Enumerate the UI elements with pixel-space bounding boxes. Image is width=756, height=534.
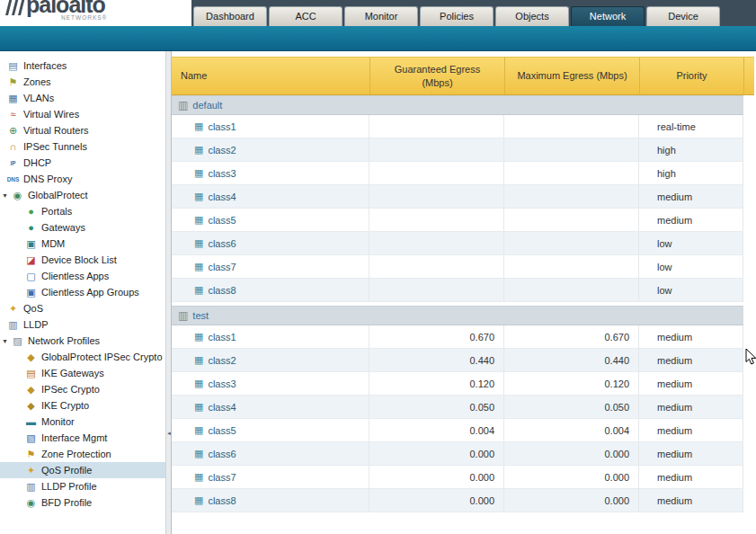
sidebar-item-zones[interactable]: ⚑Zones [0, 74, 165, 90]
qos-class-row[interactable]: ▦class4medium [172, 185, 743, 209]
ipsec-tunnels-icon: ∩ [6, 141, 20, 152]
qos-class-row[interactable]: ▦class7low [172, 255, 743, 279]
maximum-egress-cell: 0.440 [504, 349, 639, 371]
class-name[interactable]: class7 [208, 472, 236, 483]
col-header-name[interactable]: Name [172, 58, 369, 94]
tab-objects[interactable]: Objects [495, 6, 569, 26]
sidebar-item-mdm[interactable]: ▣MDM [0, 236, 165, 252]
sidebar-item-gateways[interactable]: ●Gateways [0, 219, 165, 236]
class-name-cell: ▦class3 [172, 372, 369, 395]
sidebar-item-qos[interactable]: ✦QoS [0, 300, 165, 316]
qos-class-row[interactable]: ▦class80.0000.000medium [172, 489, 743, 512]
maximum-egress-cell [504, 115, 639, 138]
sidebar-item-dhcp[interactable]: IPDHCP [0, 155, 165, 171]
col-header-guaranteed-egress[interactable]: Guaranteed Egress (Mbps) [369, 58, 504, 94]
qos-profile-name[interactable]: default [192, 100, 222, 111]
sidebar-item-device-block-list[interactable]: ◪Device Block List [0, 252, 165, 268]
qos-class-row[interactable]: ▦class70.0000.000medium [172, 466, 743, 489]
sidebar-item-label: DNS Proxy [23, 174, 72, 184]
qos-profile-row-test[interactable]: ▥test [172, 306, 743, 325]
tab-dashboard[interactable]: Dashboard [193, 6, 267, 26]
class-name[interactable]: class8 [208, 285, 236, 296]
qos-class-row[interactable]: ▦class2high [172, 138, 743, 162]
sidebar-splitter[interactable]: ◄ [165, 51, 172, 534]
class-name-cell: ▦class6 [172, 442, 369, 465]
qos-class-row[interactable]: ▦class10.6700.670medium [172, 325, 743, 349]
class-name[interactable]: class4 [208, 191, 236, 202]
class-name[interactable]: class2 [208, 355, 236, 366]
qos-profile-row-default[interactable]: ▥default [172, 95, 743, 115]
class-name[interactable]: class3 [208, 378, 236, 389]
col-header-priority[interactable]: Priority [639, 58, 743, 94]
sidebar-item-globalprotect[interactable]: ▼◉GlobalProtect [0, 187, 165, 203]
qos-class-row[interactable]: ▦class50.0040.004medium [172, 419, 743, 442]
qos-class-row[interactable]: ▦class60.0000.000medium [172, 442, 743, 466]
col-header-maximum-egress[interactable]: Maximum Egress (Mbps) [504, 58, 639, 94]
sidebar-items: ▤Interfaces⚑Zones▦VLANs≈Virtual Wires⊕Vi… [0, 58, 165, 511]
sidebar-item-globalprotect-ipsec-crypto[interactable]: ◆GlobalProtect IPSec Crypto [0, 349, 165, 365]
class-name[interactable]: class6 [208, 238, 236, 249]
class-name[interactable]: class1 [208, 121, 236, 132]
maximum-egress-cell: 0.000 [504, 466, 639, 488]
sidebar-item-ipsec-tunnels[interactable]: ∩IPSec Tunnels [0, 138, 165, 155]
expand-triangle-icon[interactable]: ▼ [1, 192, 11, 199]
priority-cell: medium [639, 349, 743, 371]
qos-class-row[interactable]: ▦class8low [172, 279, 743, 302]
sidebar-item-ike-gateways[interactable]: ▤IKE Gateways [0, 365, 165, 381]
clientless-apps-icon: ▢ [24, 271, 38, 282]
qos-class-row[interactable]: ▦class6low [172, 232, 743, 255]
sidebar-item-lldp[interactable]: ▥LLDP [0, 316, 165, 333]
sidebar-item-dns-proxy[interactable]: DNSDNS Proxy [0, 171, 165, 187]
class-name[interactable]: class7 [208, 262, 236, 272]
qos-class-row[interactable]: ▦class20.4400.440medium [172, 349, 743, 372]
network-profiles-icon: ▨ [11, 335, 24, 347]
class-name[interactable]: class4 [208, 402, 236, 413]
tab-policies[interactable]: Policies [420, 6, 494, 26]
sidebar-item-lldp-profile[interactable]: ▥LLDP Profile [0, 478, 165, 494]
sidebar-item-zone-protection[interactable]: ⚑Zone Protection [0, 446, 165, 462]
qos-class-row[interactable]: ▦class1real-time [172, 115, 743, 138]
class-name-cell: ▦class1 [172, 325, 369, 348]
tab-monitor[interactable]: Monitor [344, 6, 418, 26]
sidebar-item-virtual-routers[interactable]: ⊕Virtual Routers [0, 122, 165, 138]
qos-class-icon: ▦ [194, 448, 203, 459]
tab-acc[interactable]: ACC [269, 6, 342, 26]
class-name[interactable]: class3 [208, 168, 236, 179]
qos-class-icon: ▦ [194, 120, 203, 132]
sidebar-item-label: Monitor [41, 416, 75, 427]
sidebar-item-ike-crypto[interactable]: ◆IKE Crypto [0, 397, 165, 414]
sidebar-item-monitor[interactable]: ▬Monitor [0, 414, 165, 430]
class-name[interactable]: class8 [208, 495, 236, 506]
sidebar-item-clientless-apps[interactable]: ▢Clientless Apps [0, 268, 165, 284]
qos-profile-name[interactable]: test [192, 310, 209, 321]
sidebar-item-interfaces[interactable]: ▤Interfaces [0, 58, 165, 74]
class-name[interactable]: class2 [208, 145, 236, 156]
sidebar-item-network-profiles[interactable]: ▼▨Network Profiles [0, 333, 165, 349]
pan-os-web-ui: paloalto NETWORKS® DashboardACCMonitorPo… [0, 0, 756, 534]
class-name[interactable]: class6 [208, 449, 236, 459]
qos-class-row[interactable]: ▦class5medium [172, 209, 743, 232]
qos-class-row[interactable]: ▦class3high [172, 162, 743, 185]
qos-class-row[interactable]: ▦class30.1200.120medium [172, 372, 743, 396]
sidebar-item-clientless-app-groups[interactable]: ▣Clientless App Groups [0, 284, 165, 300]
collapse-arrow-icon[interactable]: ◄ [166, 430, 171, 437]
sidebar-item-ipsec-crypto[interactable]: ◆IPSec Crypto [0, 381, 165, 397]
sidebar-item-interface-mgmt[interactable]: ▧Interface Mgmt [0, 430, 165, 446]
qos-class-row[interactable]: ▦class40.0500.050medium [172, 396, 743, 419]
sidebar-item-label: Zone Protection [41, 449, 111, 459]
tab-network[interactable]: Network [571, 6, 645, 26]
priority-cell: medium [639, 325, 743, 348]
sidebar-item-virtual-wires[interactable]: ≈Virtual Wires [0, 106, 165, 122]
sidebar-item-vlans[interactable]: ▦VLANs [0, 90, 165, 106]
class-name[interactable]: class1 [208, 332, 236, 343]
class-name[interactable]: class5 [208, 215, 236, 226]
sidebar-item-portals[interactable]: ●Portals [0, 203, 165, 219]
sidebar-item-qos-profile[interactable]: ✦QoS Profile [0, 462, 165, 478]
expand-triangle-icon[interactable]: ▼ [1, 338, 11, 344]
class-name[interactable]: class5 [208, 425, 236, 436]
tab-device[interactable]: Device [646, 6, 720, 26]
table-header: Name Guaranteed Egress (Mbps) Maximum Eg… [172, 57, 754, 95]
priority-cell: medium [639, 209, 743, 231]
qos-class-icon: ▦ [194, 401, 203, 413]
sidebar-item-bfd-profile[interactable]: ◉BFD Profile [0, 494, 165, 511]
